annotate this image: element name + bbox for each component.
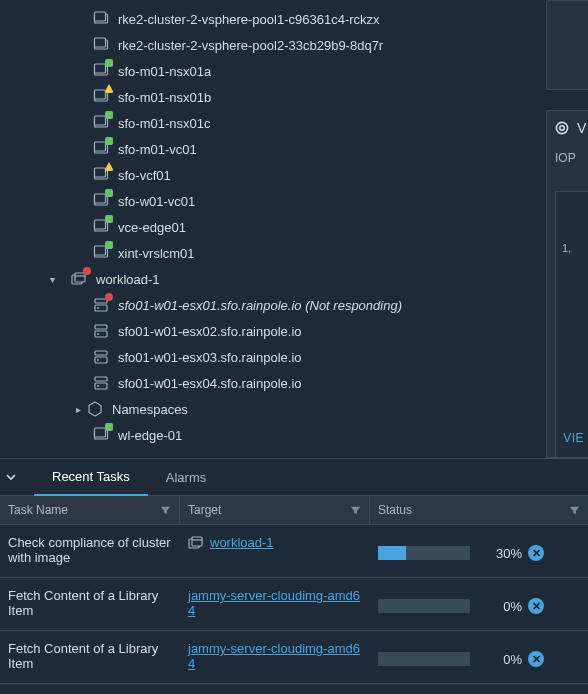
tab-label: Alarms: [166, 470, 206, 485]
gear-icon: [553, 119, 571, 137]
vm-icon: [92, 114, 110, 132]
tree-item-host[interactable]: sfo01-w01-esx03.sfo.rainpole.io: [0, 344, 530, 370]
tree-item-vm[interactable]: rke2-cluster-2-vsphere-pool1-c96361c4-rc…: [0, 6, 530, 32]
tree-label: sfo-vcf01: [118, 168, 171, 183]
tree-item-host[interactable]: sfo01-w01-esx01.sfo.rainpole.io (Not res…: [0, 292, 530, 318]
vm-icon: [92, 166, 110, 184]
tree-label: wl-edge-01: [118, 428, 182, 443]
status-alert-badge: [83, 267, 91, 275]
tasks-header-row: Task Name Target Status: [0, 496, 588, 525]
status-running-badge: [105, 189, 113, 197]
tree-item-cluster[interactable]: ▾ workload-1: [0, 266, 530, 292]
target-link[interactable]: jammy-server-cloudimg-amd64: [188, 588, 362, 618]
tree-label: sfo01-w01-esx01.sfo.rainpole.io (Not res…: [118, 298, 402, 313]
tree-item-vm[interactable]: wl-edge-01: [0, 422, 530, 448]
tree-label: sfo01-w01-esx02.sfo.rainpole.io: [118, 324, 302, 339]
host-icon: [92, 296, 110, 314]
progress-percent: 30%: [482, 546, 522, 561]
task-row[interactable]: Fetch Content of a Library Item jammy-se…: [0, 631, 588, 684]
vm-icon: [92, 218, 110, 236]
chart-tick-label: 1,: [562, 242, 571, 254]
tree-item-vm[interactable]: sfo-m01-vc01: [0, 136, 530, 162]
chevron-right-icon[interactable]: ▸: [70, 404, 86, 415]
status-alert-badge: [105, 293, 113, 301]
tree-item-vm[interactable]: sfo-vcf01: [0, 162, 530, 188]
target-link[interactable]: jammy-server-cloudimg-amd64: [188, 641, 362, 671]
status-running-badge: [105, 423, 113, 431]
namespace-icon: [86, 400, 104, 418]
tree-item-vm[interactable]: sfo-w01-vc01: [0, 188, 530, 214]
tree-item-host[interactable]: sfo01-w01-esx04.sfo.rainpole.io: [0, 370, 530, 396]
vm-icon: [92, 62, 110, 80]
tree-label: rke2-cluster-2-vsphere-pool1-c96361c4-rc…: [118, 12, 380, 27]
status-running-badge: [105, 215, 113, 223]
target-link[interactable]: workload-1: [210, 535, 274, 550]
tree-label: sfo-m01-nsx01a: [118, 64, 211, 79]
right-card-top: [546, 0, 588, 90]
filter-icon[interactable]: [350, 505, 361, 516]
progress-percent: 0%: [482, 599, 522, 614]
tabs-bar: Recent Tasks Alarms: [0, 459, 588, 496]
tree-label: sfo-m01-vc01: [118, 142, 197, 157]
tree-label: sfo-m01-nsx01c: [118, 116, 210, 131]
tree-label: Namespaces: [112, 402, 188, 417]
tab-alarms[interactable]: Alarms: [148, 459, 224, 495]
filter-icon[interactable]: [569, 505, 580, 516]
col-header-task-name[interactable]: Task Name: [0, 496, 180, 524]
collapse-panel-icon[interactable]: [4, 470, 34, 484]
card-title-fragment: V: [577, 120, 586, 136]
progress-bar: [378, 599, 470, 613]
tree-label: sfo-m01-nsx01b: [118, 90, 211, 105]
vm-icon: [92, 426, 110, 444]
right-side-cards: V IOP 1, VIE: [546, 0, 588, 458]
col-header-target[interactable]: Target: [180, 496, 370, 524]
status-running-badge: [105, 59, 113, 67]
host-icon: [92, 374, 110, 392]
view-details-link[interactable]: VIE: [559, 425, 588, 451]
cancel-task-icon[interactable]: ✕: [528, 651, 544, 667]
col-header-status[interactable]: Status: [370, 496, 588, 524]
performance-chart: 1,: [555, 191, 588, 458]
tree-label: xint-vrslcm01: [118, 246, 195, 261]
inventory-tree: rke2-cluster-2-vsphere-pool1-c96361c4-rc…: [0, 0, 530, 458]
tree-item-vm[interactable]: xint-vrslcm01: [0, 240, 530, 266]
tree-label: workload-1: [96, 272, 160, 287]
tree-item-vm[interactable]: sfo-m01-nsx01a: [0, 58, 530, 84]
vm-icon: [92, 88, 110, 106]
host-icon: [92, 322, 110, 340]
host-icon: [92, 348, 110, 366]
progress-bar: [378, 652, 470, 666]
status-running-badge: [105, 241, 113, 249]
iops-label: IOP: [547, 137, 588, 165]
cluster-icon: [188, 535, 204, 551]
tree-label: sfo01-w01-esx03.sfo.rainpole.io: [118, 350, 302, 365]
tree-item-vm[interactable]: vce-edge01: [0, 214, 530, 240]
progress-bar: [378, 546, 470, 560]
status-running-badge: [105, 137, 113, 145]
tree-item-vm[interactable]: sfo-m01-nsx01b: [0, 84, 530, 110]
task-name-cell: Fetch Content of a Library Item: [0, 631, 180, 683]
tree-item-vm[interactable]: rke2-cluster-2-vsphere-pool2-33cb29b9-8d…: [0, 32, 530, 58]
chevron-down-icon[interactable]: ▾: [44, 274, 60, 285]
progress-percent: 0%: [482, 652, 522, 667]
tree-item-vm[interactable]: sfo-m01-nsx01c: [0, 110, 530, 136]
vm-icon: [92, 192, 110, 210]
tab-label: Recent Tasks: [52, 469, 130, 484]
tree-item-namespaces[interactable]: ▸ Namespaces: [0, 396, 530, 422]
tree-item-host[interactable]: sfo01-w01-esx02.sfo.rainpole.io: [0, 318, 530, 344]
vm-icon: [92, 10, 110, 28]
vm-icon: [92, 36, 110, 54]
cluster-icon: [70, 270, 88, 288]
vm-icon: [92, 140, 110, 158]
task-row[interactable]: Fetch Content of a Library Item jammy-se…: [0, 578, 588, 631]
cancel-task-icon[interactable]: ✕: [528, 598, 544, 614]
filter-icon[interactable]: [160, 505, 171, 516]
tree-label: vce-edge01: [118, 220, 186, 235]
task-row[interactable]: Check compliance of cluster with image w…: [0, 525, 588, 578]
status-running-badge: [105, 111, 113, 119]
tab-recent-tasks[interactable]: Recent Tasks: [34, 458, 148, 496]
tree-label: rke2-cluster-2-vsphere-pool2-33cb29b9-8d…: [118, 38, 383, 53]
tree-label: sfo01-w01-esx04.sfo.rainpole.io: [118, 376, 302, 391]
task-name-cell: Check compliance of cluster with image: [0, 525, 180, 577]
cancel-task-icon[interactable]: ✕: [528, 545, 544, 561]
